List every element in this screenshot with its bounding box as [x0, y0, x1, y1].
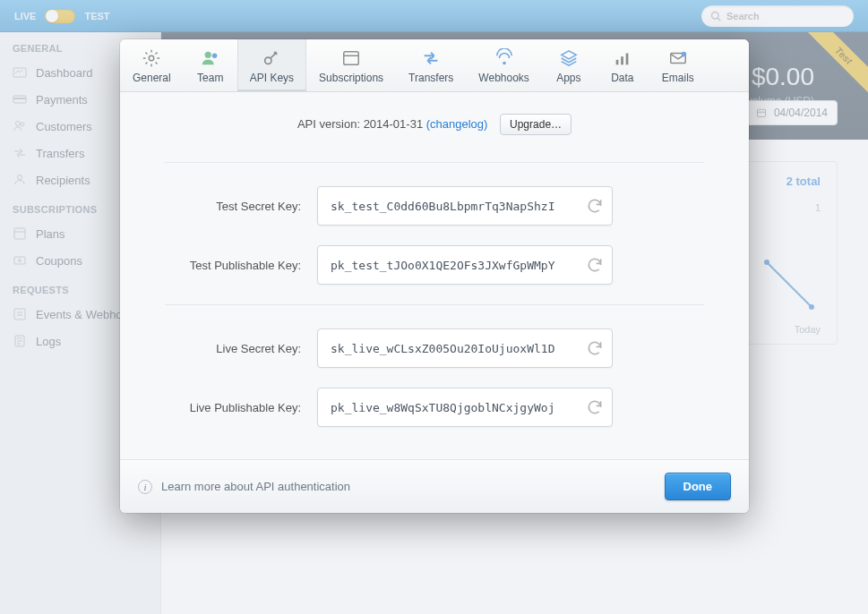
tab-emails[interactable]: Emails	[649, 39, 707, 91]
tab-label: Apps	[556, 72, 580, 84]
svg-point-30	[681, 52, 686, 57]
key-label: Test Publishable Key:	[165, 259, 317, 272]
modal-tabs: General Team API Keys Subscriptions Tran…	[120, 39, 749, 92]
svg-point-22	[265, 57, 271, 64]
tab-label: Team	[197, 72, 223, 84]
svg-rect-28	[625, 54, 628, 65]
gear-icon	[142, 48, 161, 68]
key-row-live-secret: Live Secret Key:	[165, 328, 704, 368]
key-label: Test Secret Key:	[165, 200, 317, 213]
key-label: Live Publishable Key:	[165, 401, 317, 414]
changelog-link[interactable]: (changelog)	[426, 117, 488, 131]
separator	[165, 162, 704, 163]
separator	[165, 304, 704, 305]
key-input-live-publishable[interactable]	[317, 388, 613, 427]
tab-label: Transfers	[408, 72, 453, 84]
webhooks-icon	[494, 48, 514, 68]
learn-more-link[interactable]: Learn more about API authentication	[161, 480, 350, 493]
svg-rect-23	[344, 52, 359, 65]
modal-body: API version: 2014-01-31 (changelog) Upgr…	[120, 92, 749, 459]
svg-rect-27	[621, 56, 623, 64]
tab-label: Emails	[662, 72, 694, 84]
modal-footer: i Learn more about API authentication Do…	[120, 459, 749, 513]
calendar-icon	[341, 48, 361, 68]
settings-modal: General Team API Keys Subscriptions Tran…	[120, 39, 749, 513]
tab-data[interactable]: Data	[596, 39, 649, 91]
done-button[interactable]: Done	[665, 473, 732, 500]
regenerate-icon[interactable]	[586, 197, 604, 215]
tab-apps[interactable]: Apps	[542, 39, 596, 91]
tab-webhooks[interactable]: Webhooks	[466, 39, 541, 91]
data-icon	[613, 48, 632, 68]
tab-label: Webhooks	[478, 72, 529, 84]
regenerate-icon[interactable]	[586, 256, 604, 274]
tab-general[interactable]: General	[120, 39, 184, 91]
api-version-line: API version: 2014-01-31 (changelog) Upgr…	[165, 114, 704, 135]
svg-point-20	[204, 52, 211, 58]
email-icon	[668, 48, 688, 68]
api-version-prefix: API version:	[297, 117, 364, 131]
svg-point-19	[150, 55, 155, 61]
tab-team[interactable]: Team	[184, 39, 237, 91]
transfers-icon	[421, 48, 441, 68]
tab-label: General	[133, 72, 171, 84]
key-input-test-secret[interactable]	[317, 186, 613, 226]
regenerate-icon[interactable]	[586, 339, 604, 357]
tab-label: Data	[611, 72, 633, 84]
key-input-test-publishable[interactable]	[317, 245, 613, 285]
api-version-value: 2014-01-31	[364, 117, 424, 131]
tab-subscriptions[interactable]: Subscriptions	[306, 39, 396, 91]
tab-label: API Keys	[250, 72, 294, 84]
svg-rect-26	[615, 60, 618, 65]
key-row-test-secret: Test Secret Key:	[165, 186, 704, 226]
svg-point-25	[503, 62, 506, 65]
upgrade-button[interactable]: Upgrade…	[500, 114, 572, 135]
apps-icon	[559, 48, 579, 68]
key-label: Live Secret Key:	[165, 342, 317, 355]
key-row-test-publishable: Test Publishable Key:	[165, 245, 704, 285]
tab-api-keys[interactable]: API Keys	[237, 39, 306, 91]
regenerate-icon[interactable]	[586, 398, 604, 416]
key-input-live-secret[interactable]	[317, 328, 613, 368]
team-icon	[201, 48, 220, 68]
key-icon	[262, 48, 281, 68]
key-row-live-publishable: Live Publishable Key:	[165, 388, 704, 427]
tab-transfers[interactable]: Transfers	[396, 39, 466, 91]
svg-point-21	[212, 54, 218, 59]
info-icon: i	[138, 480, 152, 494]
tab-label: Subscriptions	[319, 72, 383, 84]
